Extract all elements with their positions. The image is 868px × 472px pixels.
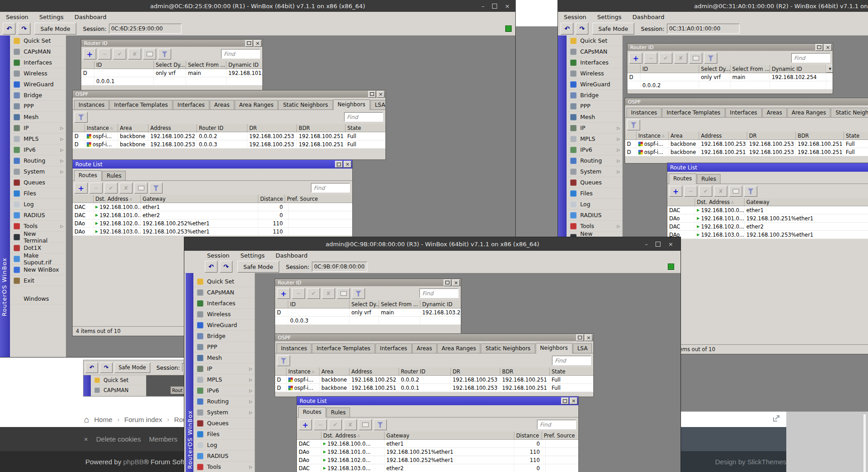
column-header[interactable]: Pref. Source [542, 432, 579, 439]
tab-interfaces[interactable]: Interfaces [375, 343, 412, 353]
sidebar-item[interactable]: CAPsMAN [91, 385, 146, 395]
undo-icon[interactable]: ↶ [85, 363, 98, 373]
tab-routes[interactable]: Routes [669, 174, 696, 184]
home-icon[interactable]: ⌂ [84, 415, 89, 424]
disable-button[interactable]: ✘ [344, 419, 357, 430]
remove-button[interactable]: − [314, 419, 327, 430]
table-row[interactable]: DAC ▶192.168.101.0... ether2 0 [73, 211, 352, 219]
close-icon[interactable]: × [377, 91, 385, 98]
session-field[interactable] [312, 262, 367, 272]
sidebar-item[interactable]: Log ▷ [193, 440, 255, 451]
comment-button[interactable] [689, 53, 702, 64]
menu-item[interactable]: Dashboard [632, 14, 665, 20]
column-header[interactable]: Router ID [197, 124, 247, 132]
add-button[interactable]: + [669, 186, 682, 197]
column-header[interactable]: BDR [796, 132, 844, 139]
sidebar-item[interactable]: Queues ▷ [193, 418, 255, 429]
add-button[interactable]: + [83, 49, 96, 60]
sidebar-item[interactable]: Mesh ▷ [10, 112, 66, 123]
sidebar-item[interactable]: RADIUS ▷ [567, 210, 622, 221]
table-row[interactable]: D only vrf main 192.168.103.254 [275, 308, 461, 317]
sidebar-item[interactable]: Bridge ▷ [567, 90, 622, 101]
sidebar-item[interactable]: Files ▷ [10, 188, 66, 199]
tab-area-ranges[interactable]: Area Ranges [437, 343, 481, 353]
find-input[interactable]: Find [311, 183, 350, 193]
column-header[interactable]: Distance [514, 432, 542, 439]
sidebar-item[interactable]: Wireless ▷ [10, 68, 66, 79]
column-header[interactable]: Instance△ [636, 132, 669, 139]
sidebar-item[interactable]: CAPsMAN ▷ [193, 287, 255, 298]
sidebar-item[interactable]: WireGuard ▷ [193, 320, 255, 331]
sidebar-item[interactable]: PPP ▷ [567, 101, 622, 112]
undo-icon[interactable]: ↶ [3, 23, 15, 35]
maximize-icon[interactable] [368, 91, 376, 98]
tab-neighbors[interactable]: Neighbors [536, 343, 572, 353]
sidebar-item[interactable]: IPv6 ▷ [10, 144, 66, 155]
column-header[interactable]: Dst. Address△ [695, 198, 745, 206]
sidebar-item[interactable]: CAPsMAN ▷ [10, 46, 66, 57]
table-row[interactable]: DAC ▶192.168.100.0... ether1 [667, 206, 868, 214]
table-row[interactable]: DAo ▶192.168.102.0... 192.168.100.252%et… [297, 456, 578, 464]
close-icon[interactable]: × [254, 40, 261, 47]
sidebar-item[interactable]: Make Supout.rif [10, 253, 66, 264]
column-header[interactable]: State [550, 368, 594, 375]
maximize-icon[interactable] [815, 44, 823, 51]
sidebar-item[interactable]: Quick Set ▷ [10, 35, 66, 46]
sidebar-item[interactable]: System ▷ [193, 407, 255, 418]
remove-button[interactable]: − [89, 183, 103, 194]
comment-button[interactable] [134, 183, 148, 194]
table-row[interactable]: D ospf-i... backbone 192.168.100.252 0.0… [275, 376, 593, 384]
menu-item[interactable]: Settings [597, 14, 621, 20]
redo-icon[interactable]: ↷ [576, 23, 588, 35]
enable-button[interactable]: ✔ [307, 288, 320, 299]
tab-rules[interactable]: Rules [697, 174, 720, 184]
external-link-icon[interactable] [772, 414, 781, 423]
column-header[interactable]: Instance△ [286, 368, 320, 375]
close-icon[interactable]: × [344, 161, 351, 168]
table-row[interactable]: DAo ▶192.168.101.0... 192.168.100.251%et… [297, 448, 578, 456]
tab-areas[interactable]: Areas [210, 100, 234, 109]
safe-mode-button[interactable]: Safe Mode [237, 261, 279, 273]
maximize-icon[interactable] [561, 397, 569, 404]
redo-icon[interactable]: ↷ [18, 23, 30, 35]
close-icon[interactable]: × [824, 44, 832, 51]
subwindow-titlebar[interactable]: OSPF [625, 98, 868, 105]
tab-instances[interactable]: Instances [74, 100, 109, 109]
enable-button[interactable]: ✔ [659, 53, 672, 64]
comment-button[interactable] [337, 288, 350, 299]
design-credit-link[interactable]: Design by SlickThemes [715, 458, 786, 466]
table-row[interactable]: DAC ▶192.168.102.0... ether2 [667, 223, 868, 231]
column-header[interactable]: Select From ... [379, 300, 420, 308]
remove-button[interactable]: − [644, 53, 657, 64]
sidebar-item[interactable]: Wireless ▷ [193, 309, 255, 320]
menu-item[interactable]: Dashboard [74, 14, 107, 20]
sidebar-item[interactable]: RADIUS ▷ [193, 451, 255, 462]
sidebar-item[interactable]: Quick Set ▷ [193, 276, 255, 287]
menu-item[interactable]: Settings [39, 14, 64, 20]
column-header[interactable]: ID [288, 300, 350, 308]
sidebar-item[interactable]: Routing ▷ [567, 155, 622, 166]
subwindow-titlebar[interactable]: Router ID × [81, 40, 262, 47]
column-header[interactable]: DR [247, 124, 297, 132]
subwindow-titlebar[interactable]: Router ID × [275, 279, 461, 286]
table-row[interactable]: DAC ▶192.168.100.0... ether1 0 [73, 203, 352, 211]
tab-instances[interactable]: Instances [276, 343, 311, 353]
column-header[interactable]: Area [118, 124, 148, 132]
sidebar-item[interactable]: IP ▷ [567, 123, 622, 134]
tab-lsa[interactable]: LSA [370, 100, 386, 109]
disable-button[interactable]: ✘ [128, 49, 141, 60]
table-row[interactable]: DAo ▶192.168.103.0... 192.168.100.253%et… [73, 228, 352, 236]
maximize-icon[interactable] [492, 4, 497, 9]
sidebar-item[interactable]: WireGuard ▷ [10, 79, 66, 90]
sidebar-item[interactable]: Files ▷ [193, 429, 255, 440]
sidebar-item[interactable]: Bridge ▷ [10, 90, 66, 101]
safe-mode-button[interactable]: Safe Mode [114, 363, 150, 373]
tab-routes[interactable]: Routes [74, 170, 102, 181]
redo-icon[interactable]: ↷ [220, 261, 232, 273]
close-icon[interactable]: × [84, 435, 88, 443]
add-button[interactable]: + [299, 419, 312, 430]
sidebar-item[interactable]: New WinBox [10, 264, 66, 275]
minimize-icon[interactable]: – [482, 3, 485, 10]
column-selector-button[interactable]: ▼ [826, 65, 833, 73]
tab-areas[interactable]: Areas [412, 343, 437, 353]
